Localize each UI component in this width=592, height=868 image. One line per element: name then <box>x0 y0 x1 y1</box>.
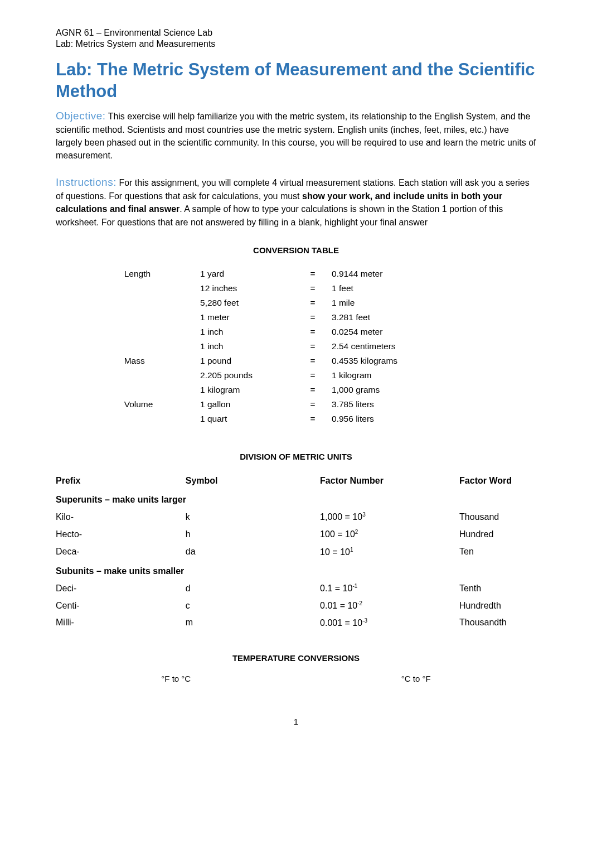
conversion-equals: = <box>310 282 331 295</box>
conversion-category <box>124 340 199 353</box>
metric-prefix: Kilo- <box>56 508 186 525</box>
metric-symbol: d <box>186 580 320 597</box>
course-header-line1: AGNR 61 – Environmental Science Lab <box>56 28 536 38</box>
conversion-equals: = <box>310 354 331 368</box>
objective-paragraph: Objective: This exercise will help famil… <box>56 108 536 162</box>
metric-factor-number: 0.1 = 10-1 <box>320 580 459 597</box>
metric-header-factor-number: Factor Number <box>320 472 459 489</box>
conversion-left: 1 quart <box>200 412 309 426</box>
conversion-row: 5,280 feet=1 mile <box>124 296 468 310</box>
metric-row: Milli-m0.001 = 10-3Thousandth <box>56 615 536 631</box>
conversion-right: 3.785 liters <box>332 398 468 411</box>
metric-row: Kilo-k1,000 = 103Thousand <box>56 508 536 525</box>
temperature-row: °F to °C °C to °F <box>128 674 464 683</box>
temp-c-to-f: °C to °F <box>401 674 431 683</box>
subunits-header: Subunits – make units smaller <box>56 561 536 580</box>
metric-prefix: Hecto- <box>56 525 186 543</box>
conversion-category <box>124 296 199 310</box>
conversion-right: 3.281 feet <box>332 311 468 324</box>
conversion-row: 1 quart=0.956 liters <box>124 412 468 426</box>
temp-f-to-c: °F to °C <box>161 674 191 683</box>
conversion-row: Mass1 pound=0.4535 kilograms <box>124 354 468 368</box>
page-number: 1 <box>56 717 536 726</box>
conversion-right: 1 kilogram <box>332 369 468 382</box>
conversion-equals: = <box>310 412 331 426</box>
metric-symbol: m <box>186 615 320 631</box>
conversion-equals: = <box>310 340 331 353</box>
metric-symbol: c <box>186 597 320 614</box>
instructions-bold-3: inal answer <box>131 204 179 214</box>
conversion-right: 0.4535 kilograms <box>332 354 468 368</box>
conversion-category <box>124 369 199 382</box>
conversion-equals: = <box>310 383 331 397</box>
metric-symbol: h <box>186 525 320 543</box>
conversion-table-title: CONVERSION TABLE <box>56 245 536 255</box>
conversion-category <box>124 383 199 397</box>
metric-prefix: Deci- <box>56 580 186 597</box>
conversion-left: 1 gallon <box>200 398 309 411</box>
instructions-label: Instructions: <box>56 176 117 188</box>
metric-prefix-table: Prefix Symbol Factor Number Factor Word … <box>56 472 536 631</box>
lab-title: Lab: The Metric System of Measurement an… <box>56 59 536 103</box>
temperature-title: TEMPERATURE CONVERSIONS <box>56 653 536 663</box>
conversion-row: Volume1 gallon=3.785 liters <box>124 398 468 411</box>
metric-factor-word: Hundred <box>459 525 536 543</box>
conversion-right: 1,000 grams <box>332 383 468 397</box>
conversion-row: 1 meter=3.281 feet <box>124 311 468 324</box>
metric-symbol: k <box>186 508 320 525</box>
metric-row: Centi-c0.01 = 10-2Hundredth <box>56 597 536 614</box>
conversion-row: 2.205 pounds=1 kilogram <box>124 369 468 382</box>
metric-row: Deca-da10 = 101Ten <box>56 543 536 561</box>
conversion-left: 5,280 feet <box>200 296 309 310</box>
metric-header-symbol: Symbol <box>186 472 320 489</box>
conversion-row: 1 inch=0.0254 meter <box>124 325 468 339</box>
conversion-category <box>124 311 199 324</box>
conversion-left: 1 yard <box>200 267 309 281</box>
instructions-paragraph: Instructions: For this assignment, you w… <box>56 175 536 229</box>
metric-factor-number: 0.01 = 10-2 <box>320 597 459 614</box>
conversion-left: 2.205 pounds <box>200 369 309 382</box>
conversion-left: 1 meter <box>200 311 309 324</box>
metric-row: Hecto-h100 = 102Hundred <box>56 525 536 543</box>
metric-factor-word: Thousand <box>459 508 536 525</box>
metric-prefix: Deca- <box>56 543 186 561</box>
metric-header-factor-word: Factor Word <box>459 472 536 489</box>
metric-factor-word: Ten <box>459 543 536 561</box>
conversion-category: Length <box>124 267 199 281</box>
metric-factor-number: 0.001 = 10-3 <box>320 615 459 631</box>
metric-symbol: da <box>186 543 320 561</box>
conversion-row: 12 inches=1 feet <box>124 282 468 295</box>
conversion-table: Length1 yard=0.9144 meter12 inches=1 fee… <box>123 266 469 427</box>
conversion-left: 12 inches <box>200 282 309 295</box>
conversion-right: 2.54 centimeters <box>332 340 468 353</box>
conversion-equals: = <box>310 311 331 324</box>
metric-prefix: Centi- <box>56 597 186 614</box>
conversion-left: 1 kilogram <box>200 383 309 397</box>
metric-row: Deci-d0.1 = 10-1Tenth <box>56 580 536 597</box>
metric-factor-word: Thousandth <box>459 615 536 631</box>
conversion-right: 0.9144 meter <box>332 267 468 281</box>
conversion-category <box>124 325 199 339</box>
conversion-equals: = <box>310 369 331 382</box>
superunits-header: Superunits – make units larger <box>56 489 536 508</box>
conversion-right: 0.956 liters <box>332 412 468 426</box>
conversion-equals: = <box>310 398 331 411</box>
conversion-equals: = <box>310 267 331 281</box>
metric-prefix: Milli- <box>56 615 186 631</box>
conversion-category: Volume <box>124 398 199 411</box>
conversion-category: Mass <box>124 354 199 368</box>
conversion-left: 1 inch <box>200 340 309 353</box>
objective-label: Objective: <box>56 110 105 122</box>
conversion-equals: = <box>310 296 331 310</box>
metric-factor-word: Tenth <box>459 580 536 597</box>
conversion-category <box>124 282 199 295</box>
conversion-right: 1 mile <box>332 296 468 310</box>
conversion-right: 0.0254 meter <box>332 325 468 339</box>
conversion-left: 1 pound <box>200 354 309 368</box>
metric-factor-number: 1,000 = 103 <box>320 508 459 525</box>
metric-factor-number: 100 = 102 <box>320 525 459 543</box>
conversion-equals: = <box>310 325 331 339</box>
conversion-right: 1 feet <box>332 282 468 295</box>
metric-header-prefix: Prefix <box>56 472 186 489</box>
objective-text: This exercise will help familiarize you … <box>56 112 536 161</box>
